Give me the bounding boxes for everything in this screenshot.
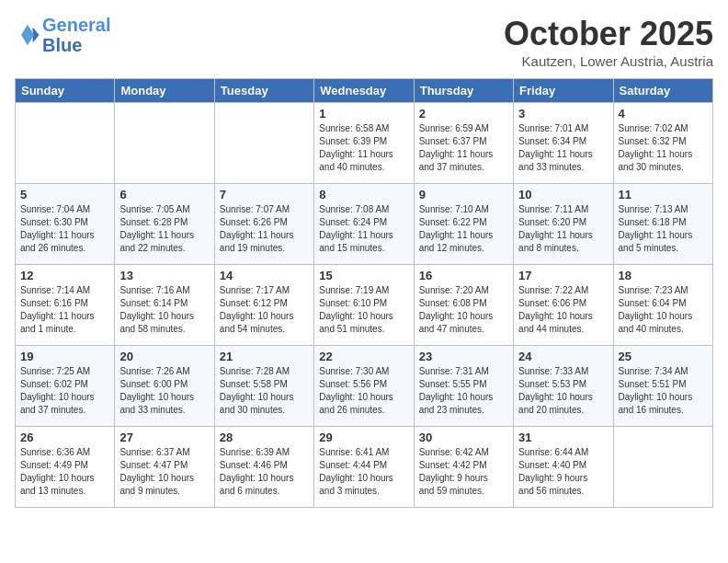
weekday-header: Monday — [115, 79, 214, 103]
day-number: 17 — [518, 269, 608, 282]
day-number: 8 — [319, 188, 408, 201]
calendar-cell: 24Sunrise: 7:33 AM Sunset: 5:53 PM Dayli… — [514, 346, 613, 427]
page-header: General Blue October 2025 Kautzen, Lower… — [15, 15, 713, 69]
day-info: Sunrise: 7:20 AM Sunset: 6:08 PM Dayligh… — [419, 284, 508, 336]
day-number: 4 — [619, 107, 708, 121]
calendar-cell: 30Sunrise: 6:42 AM Sunset: 4:42 PM Dayli… — [414, 427, 513, 508]
day-number: 14 — [220, 269, 309, 282]
day-number: 23 — [419, 350, 508, 363]
day-info: Sunrise: 7:31 AM Sunset: 5:55 PM Dayligh… — [419, 365, 508, 417]
calendar-cell: 9Sunrise: 7:10 AM Sunset: 6:22 PM Daylig… — [414, 184, 513, 265]
calendar-cell: 27Sunrise: 6:37 AM Sunset: 4:47 PM Dayli… — [115, 427, 214, 508]
day-number: 26 — [20, 431, 109, 444]
day-number: 9 — [419, 188, 508, 201]
logo: General Blue — [15, 15, 110, 55]
calendar-cell: 1Sunrise: 6:58 AM Sunset: 6:39 PM Daylig… — [314, 103, 414, 184]
calendar-cell: 25Sunrise: 7:34 AM Sunset: 5:51 PM Dayli… — [613, 346, 712, 427]
day-number: 21 — [220, 350, 309, 363]
calendar-cell: 31Sunrise: 6:44 AM Sunset: 4:40 PM Dayli… — [514, 427, 613, 508]
day-number: 16 — [419, 269, 508, 282]
day-number: 15 — [319, 269, 408, 282]
day-number: 2 — [419, 107, 508, 121]
day-number: 25 — [619, 350, 708, 363]
weekday-header: Thursday — [414, 79, 513, 103]
day-info: Sunrise: 6:37 AM Sunset: 4:47 PM Dayligh… — [119, 446, 209, 498]
day-info: Sunrise: 7:26 AM Sunset: 6:00 PM Dayligh… — [119, 365, 209, 417]
logo-line1: General — [42, 15, 110, 35]
calendar-cell — [115, 103, 214, 184]
calendar-week-row: 1Sunrise: 6:58 AM Sunset: 6:39 PM Daylig… — [16, 103, 713, 184]
day-number: 27 — [119, 431, 209, 444]
day-info: Sunrise: 7:28 AM Sunset: 5:58 PM Dayligh… — [220, 365, 309, 417]
day-info: Sunrise: 7:33 AM Sunset: 5:53 PM Dayligh… — [518, 365, 608, 417]
title-block: October 2025 Kautzen, Lower Austria, Aus… — [504, 15, 713, 69]
calendar-cell: 3Sunrise: 7:01 AM Sunset: 6:34 PM Daylig… — [514, 103, 613, 184]
day-info: Sunrise: 7:16 AM Sunset: 6:14 PM Dayligh… — [119, 284, 209, 336]
calendar-cell: 20Sunrise: 7:26 AM Sunset: 6:00 PM Dayli… — [115, 346, 214, 427]
calendar-cell: 23Sunrise: 7:31 AM Sunset: 5:55 PM Dayli… — [414, 346, 513, 427]
day-info: Sunrise: 7:08 AM Sunset: 6:24 PM Dayligh… — [319, 203, 408, 255]
day-info: Sunrise: 6:42 AM Sunset: 4:42 PM Dayligh… — [419, 446, 508, 498]
calendar-cell — [613, 427, 712, 508]
day-number: 6 — [119, 188, 209, 201]
calendar-week-row: 19Sunrise: 7:25 AM Sunset: 6:02 PM Dayli… — [16, 346, 713, 427]
day-info: Sunrise: 7:17 AM Sunset: 6:12 PM Dayligh… — [220, 284, 309, 336]
day-number: 20 — [119, 350, 209, 363]
day-info: Sunrise: 6:58 AM Sunset: 6:39 PM Dayligh… — [319, 122, 408, 174]
day-info: Sunrise: 7:04 AM Sunset: 6:30 PM Dayligh… — [20, 203, 109, 255]
day-info: Sunrise: 6:41 AM Sunset: 4:44 PM Dayligh… — [319, 446, 408, 498]
day-number: 13 — [119, 269, 209, 282]
day-number: 18 — [619, 269, 708, 282]
calendar-cell: 2Sunrise: 6:59 AM Sunset: 6:37 PM Daylig… — [414, 103, 513, 184]
calendar-cell: 10Sunrise: 7:11 AM Sunset: 6:20 PM Dayli… — [514, 184, 613, 265]
calendar-cell: 21Sunrise: 7:28 AM Sunset: 5:58 PM Dayli… — [214, 346, 313, 427]
calendar-week-row: 26Sunrise: 6:36 AM Sunset: 4:49 PM Dayli… — [16, 427, 713, 508]
calendar-cell: 22Sunrise: 7:30 AM Sunset: 5:56 PM Dayli… — [314, 346, 414, 427]
calendar-cell — [214, 103, 313, 184]
calendar-cell: 29Sunrise: 6:41 AM Sunset: 4:44 PM Dayli… — [314, 427, 414, 508]
calendar-cell: 18Sunrise: 7:23 AM Sunset: 6:04 PM Dayli… — [613, 265, 712, 346]
calendar-cell: 5Sunrise: 7:04 AM Sunset: 6:30 PM Daylig… — [16, 184, 115, 265]
day-info: Sunrise: 6:36 AM Sunset: 4:49 PM Dayligh… — [20, 446, 109, 498]
day-info: Sunrise: 7:23 AM Sunset: 6:04 PM Dayligh… — [619, 284, 708, 336]
calendar-subtitle: Kautzen, Lower Austria, Austria — [504, 53, 713, 69]
calendar-week-row: 5Sunrise: 7:04 AM Sunset: 6:30 PM Daylig… — [16, 184, 713, 265]
day-info: Sunrise: 7:22 AM Sunset: 6:06 PM Dayligh… — [518, 284, 608, 336]
calendar-cell: 13Sunrise: 7:16 AM Sunset: 6:14 PM Dayli… — [115, 265, 214, 346]
day-number: 19 — [20, 350, 109, 363]
day-info: Sunrise: 6:39 AM Sunset: 4:46 PM Dayligh… — [220, 446, 309, 498]
day-info: Sunrise: 7:30 AM Sunset: 5:56 PM Dayligh… — [319, 365, 408, 417]
day-number: 11 — [619, 188, 708, 201]
day-info: Sunrise: 6:44 AM Sunset: 4:40 PM Dayligh… — [518, 446, 608, 498]
day-info: Sunrise: 7:19 AM Sunset: 6:10 PM Dayligh… — [319, 284, 408, 336]
calendar-cell: 17Sunrise: 7:22 AM Sunset: 6:06 PM Dayli… — [514, 265, 613, 346]
calendar-cell: 4Sunrise: 7:02 AM Sunset: 6:32 PM Daylig… — [613, 103, 712, 184]
day-info: Sunrise: 7:25 AM Sunset: 6:02 PM Dayligh… — [20, 365, 109, 417]
day-number: 5 — [20, 188, 109, 201]
day-number: 24 — [518, 350, 608, 363]
calendar-cell: 15Sunrise: 7:19 AM Sunset: 6:10 PM Dayli… — [314, 265, 414, 346]
day-number: 30 — [419, 431, 508, 444]
day-info: Sunrise: 7:11 AM Sunset: 6:20 PM Dayligh… — [518, 203, 608, 255]
weekday-header: Friday — [514, 79, 613, 103]
day-info: Sunrise: 7:14 AM Sunset: 6:16 PM Dayligh… — [20, 284, 109, 336]
calendar-cell: 6Sunrise: 7:05 AM Sunset: 6:28 PM Daylig… — [115, 184, 214, 265]
calendar-table: SundayMondayTuesdayWednesdayThursdayFrid… — [15, 78, 713, 508]
day-number: 28 — [220, 431, 309, 444]
calendar-cell: 8Sunrise: 7:08 AM Sunset: 6:24 PM Daylig… — [314, 184, 414, 265]
weekday-header: Saturday — [613, 79, 712, 103]
day-info: Sunrise: 7:13 AM Sunset: 6:18 PM Dayligh… — [619, 203, 708, 255]
svg-marker-1 — [21, 25, 34, 45]
calendar-cell: 19Sunrise: 7:25 AM Sunset: 6:02 PM Dayli… — [16, 346, 115, 427]
calendar-cell: 14Sunrise: 7:17 AM Sunset: 6:12 PM Dayli… — [214, 265, 313, 346]
calendar-cell — [16, 103, 115, 184]
day-number: 12 — [20, 269, 109, 282]
day-info: Sunrise: 7:07 AM Sunset: 6:26 PM Dayligh… — [220, 203, 309, 255]
day-number: 1 — [319, 107, 408, 121]
day-info: Sunrise: 7:01 AM Sunset: 6:34 PM Dayligh… — [518, 122, 608, 174]
calendar-title: October 2025 — [504, 15, 713, 53]
day-number: 10 — [518, 188, 608, 201]
day-info: Sunrise: 7:02 AM Sunset: 6:32 PM Dayligh… — [619, 122, 708, 174]
logo-line2: Blue — [42, 35, 82, 55]
day-info: Sunrise: 6:59 AM Sunset: 6:37 PM Dayligh… — [419, 122, 508, 174]
